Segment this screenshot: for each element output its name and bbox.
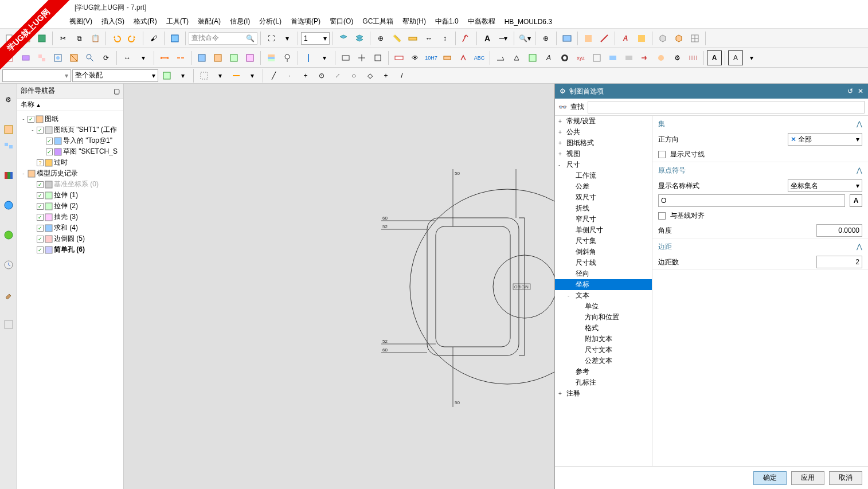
gdt4-icon[interactable] — [440, 50, 455, 65]
book-tab-icon[interactable] — [2, 169, 15, 182]
category-单侧尺寸[interactable]: 单侧尺寸 — [555, 225, 652, 236]
menu-GC[interactable]: GC工具箱 — [359, 15, 397, 28]
menu-V[interactable]: 视图(V) — [66, 15, 96, 28]
table4-icon[interactable] — [243, 50, 257, 65]
align-more-icon[interactable]: ▾ — [317, 50, 332, 65]
sheet-icon[interactable] — [2, 50, 17, 65]
menu-S[interactable]: 插入(S) — [98, 15, 128, 28]
expand-icon[interactable]: + — [558, 118, 564, 124]
history-tab-icon[interactable] — [2, 258, 15, 272]
align-baseline-checkbox[interactable] — [658, 212, 666, 220]
tree-row[interactable]: ✓基准坐标系 (0) — [17, 179, 123, 190]
text-box-icon[interactable]: A — [707, 50, 722, 65]
measure-icon[interactable]: 📏 — [389, 31, 404, 46]
save-icon[interactable] — [34, 31, 49, 46]
sym3-icon[interactable] — [638, 50, 652, 65]
nav-tab-icon[interactable] — [2, 123, 15, 136]
category-工作流[interactable]: 工作流 — [555, 170, 652, 181]
dim-chain-icon[interactable] — [173, 50, 188, 65]
category-径向[interactable]: 径向 — [555, 268, 652, 279]
balloon-icon[interactable] — [280, 50, 295, 65]
rect2-icon[interactable] — [370, 50, 385, 65]
tree-checkbox[interactable]: ✓ — [37, 127, 44, 134]
redo-icon[interactable] — [125, 31, 140, 46]
dim2-icon[interactable]: ↕ — [437, 31, 452, 46]
ruler-icon[interactable] — [405, 31, 420, 46]
angle-input[interactable] — [816, 224, 862, 237]
tree-row[interactable]: ✓求和 (4) — [17, 222, 123, 233]
tree-checkbox[interactable]: ✓ — [37, 225, 44, 232]
snap9-icon[interactable]: / — [394, 68, 409, 83]
tree-checkbox[interactable]: ✓ — [46, 148, 53, 155]
zoom-dropdown-icon[interactable]: ▾ — [280, 31, 295, 46]
snap8-icon[interactable]: + — [378, 68, 393, 83]
menu-[interactable]: 中磊教程 — [464, 15, 499, 28]
dim-rapid-icon[interactable] — [157, 50, 172, 65]
category-尺寸线[interactable]: 尺寸线 — [555, 257, 652, 268]
category-图纸格式[interactable]: +图纸格式 — [555, 138, 652, 148]
snap5-icon[interactable]: ⟋ — [330, 68, 345, 83]
gdt1-icon[interactable] — [392, 50, 406, 65]
category-孔标注[interactable]: 孔标注 — [555, 377, 652, 388]
center-icon[interactable] — [354, 50, 369, 65]
cut-icon[interactable]: ✂ — [56, 31, 71, 46]
menu-P[interactable]: 首选项(P) — [287, 15, 324, 28]
panel-search-input[interactable] — [588, 101, 865, 114]
highlight-icon[interactable] — [634, 31, 649, 46]
datum-icon[interactable] — [557, 50, 572, 65]
category-注释[interactable]: +注释 — [555, 388, 652, 399]
view2-icon[interactable] — [34, 50, 49, 65]
menu-T[interactable]: 工具(T) — [163, 15, 192, 28]
tree-row[interactable]: ✓导入的 "Top@1" — [17, 135, 123, 146]
sel3-icon[interactable] — [197, 68, 212, 83]
box2-icon[interactable] — [671, 31, 686, 46]
tree-row[interactable]: ✓简单孔 (6) — [17, 244, 123, 255]
category-公共[interactable]: +公共 — [555, 127, 652, 138]
origin-section-header[interactable]: 原点符号⋀ — [652, 162, 868, 178]
annot-icon[interactable]: A — [728, 50, 743, 65]
sel5-icon[interactable] — [229, 68, 244, 83]
set-section-header[interactable]: 集⋀ — [652, 116, 868, 132]
selection-filter-icon[interactable] — [167, 31, 182, 46]
category-双尺寸[interactable]: 双尺寸 — [555, 192, 652, 203]
xyz-icon[interactable]: xyz — [573, 50, 588, 65]
drawing-viewport[interactable]: 50 42 60 52 52 60 46.4 40 50 ORIGIN — [124, 84, 868, 489]
menu-L[interactable]: 分析(L) — [256, 15, 285, 28]
expand-icon[interactable]: - — [568, 292, 573, 299]
fit-view-icon[interactable]: ⛶ — [264, 31, 279, 46]
sel4-icon[interactable]: ▾ — [213, 68, 228, 83]
rect-icon[interactable] — [338, 50, 353, 65]
misc2-icon[interactable] — [597, 31, 612, 46]
sel2-icon[interactable]: ▾ — [175, 68, 190, 83]
tree-checkbox[interactable]: ✓ — [37, 214, 44, 221]
tree-row[interactable]: ✓草图 "SKETCH_S — [17, 146, 123, 157]
scale-combo[interactable]: 1▾ — [301, 32, 330, 45]
category-公差文本[interactable]: 公差文本 — [555, 355, 652, 366]
nav-column-header[interactable]: 名称 ▴ — [17, 99, 123, 111]
gdt2-icon[interactable]: 👁 — [408, 50, 423, 65]
category-格式[interactable]: 格式 — [555, 323, 652, 334]
web-tab-icon[interactable] — [2, 198, 15, 212]
category-参考[interactable]: 参考 — [555, 366, 652, 377]
gdt5-icon[interactable] — [456, 50, 471, 65]
ok-button[interactable]: 确定 — [753, 471, 787, 485]
tree-checkbox[interactable]: ✓ — [37, 192, 44, 199]
tree-checkbox[interactable]: ✓ — [37, 203, 44, 210]
assembly-combo[interactable]: 整个装配▾ — [72, 69, 158, 82]
tree-expand-icon[interactable]: - — [30, 127, 36, 133]
tree-row[interactable]: -✓图纸 — [17, 114, 123, 124]
tree-checkbox[interactable]: ? — [37, 159, 44, 166]
image-icon[interactable] — [560, 31, 574, 46]
menu-O[interactable]: 窗口(O) — [326, 15, 357, 28]
detail-icon[interactable] — [83, 50, 97, 65]
snap7-icon[interactable]: ◇ — [362, 68, 377, 83]
expand-icon[interactable]: + — [558, 390, 564, 397]
expand-icon[interactable]: + — [558, 151, 564, 157]
panel-reset-icon[interactable]: ↺ — [847, 87, 853, 95]
category-公差[interactable]: 公差 — [555, 181, 652, 192]
tree-row[interactable]: ✓边倒圆 (5) — [17, 233, 123, 244]
note-icon[interactable]: A — [541, 50, 556, 65]
dim-icon[interactable]: ↔ — [421, 31, 436, 46]
category-附加文本[interactable]: 附加文本 — [555, 334, 652, 345]
category-常规/设置[interactable]: +常规/设置 — [555, 116, 652, 127]
